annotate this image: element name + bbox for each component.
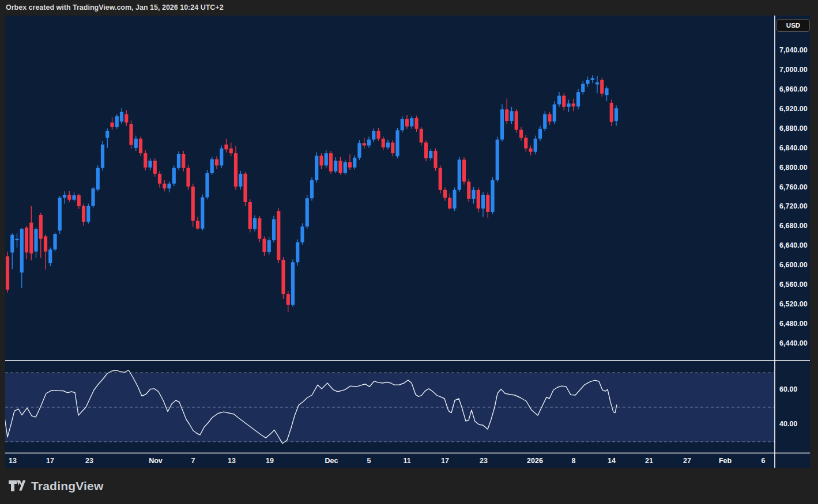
- price-tick-label: 6,480.00: [779, 320, 808, 328]
- candle: [410, 116, 413, 129]
- candle: [458, 157, 461, 192]
- candle: [306, 195, 309, 229]
- candle: [277, 208, 280, 263]
- price-tick-label: 6,960.00: [779, 85, 808, 93]
- time-tick-label: 13: [228, 457, 236, 465]
- candle: [153, 158, 157, 177]
- candle: [367, 137, 371, 148]
- price-tick-label: 6,440.00: [779, 339, 808, 347]
- candle: [591, 75, 594, 83]
- candle: [300, 223, 304, 244]
- candle: [48, 248, 52, 266]
- candle: [25, 226, 28, 260]
- chart-canvas[interactable]: [5, 16, 810, 468]
- candle: [543, 111, 546, 131]
- candle: [605, 86, 608, 101]
- candle: [424, 141, 428, 161]
- candle: [405, 115, 409, 129]
- tradingview-chart-page: Orbex created with TradingView.com, Jan …: [0, 0, 818, 504]
- candle: [553, 101, 556, 124]
- time-tick-label: 19: [266, 457, 274, 465]
- candle: [220, 146, 223, 168]
- candle: [34, 228, 37, 258]
- candle: [439, 165, 442, 193]
- candle: [472, 187, 475, 204]
- candle: [205, 170, 209, 199]
- candle: [139, 137, 142, 156]
- candle: [29, 206, 33, 260]
- candle: [467, 179, 470, 202]
- candle: [53, 233, 56, 252]
- time-tick-label: 5: [367, 457, 371, 465]
- price-tick-label: 6,640.00: [779, 241, 808, 249]
- currency-usd-badge[interactable]: USD: [776, 19, 810, 32]
- candle: [101, 141, 104, 170]
- candle: [186, 165, 190, 190]
- candle: [505, 98, 508, 124]
- candle: [158, 171, 161, 188]
- candle: [443, 188, 447, 201]
- candle: [462, 157, 466, 185]
- candle: [296, 239, 299, 266]
- candle: [210, 157, 214, 175]
- price-tick-label: 6,680.00: [779, 222, 808, 230]
- candle: [329, 151, 333, 174]
- time-tick-label: 23: [480, 457, 488, 465]
- candle: [477, 188, 480, 213]
- candle: [163, 180, 166, 192]
- candle: [44, 234, 47, 270]
- time-tick-label: 6: [762, 457, 766, 465]
- candle: [20, 228, 24, 288]
- candle: [248, 199, 252, 233]
- candle: [491, 177, 494, 214]
- candle: [72, 192, 76, 202]
- candle: [548, 112, 551, 125]
- candle: [91, 187, 95, 208]
- time-tick-label: 17: [441, 457, 449, 465]
- candle: [572, 98, 575, 111]
- candle: [391, 140, 394, 156]
- candle: [524, 135, 527, 152]
- candle: [125, 110, 128, 126]
- candle: [429, 149, 432, 161]
- candle: [500, 104, 504, 141]
- candlestick-series: [6, 75, 618, 312]
- candle: [515, 109, 518, 133]
- price-tick-label: 6,920.00: [779, 105, 808, 113]
- candle: [600, 78, 604, 97]
- candle: [496, 137, 499, 182]
- tradingview-logo[interactable]: TradingView: [8, 478, 104, 494]
- candle: [281, 257, 285, 299]
- candle: [319, 153, 323, 169]
- chart-attribution-bar: Orbex created with TradingView.com, Jan …: [0, 0, 818, 16]
- price-tick-label: 6,800.00: [779, 164, 808, 172]
- candle: [239, 171, 242, 190]
- candle: [201, 194, 204, 230]
- candle: [581, 81, 585, 95]
- candle: [595, 76, 599, 93]
- candle: [529, 146, 532, 156]
- candle: [58, 196, 62, 234]
- candle: [177, 151, 180, 170]
- candle: [167, 181, 171, 192]
- candle: [120, 108, 123, 124]
- candle: [77, 194, 81, 209]
- candle: [395, 128, 399, 158]
- time-tick-label: 17: [46, 457, 54, 465]
- candle: [448, 194, 451, 210]
- candle: [63, 191, 66, 203]
- candle: [615, 105, 618, 126]
- candle: [433, 149, 437, 171]
- price-tick-label: 6,840.00: [779, 144, 808, 152]
- time-tick-label: Nov: [149, 457, 163, 465]
- candle: [191, 184, 195, 227]
- candle: [414, 116, 418, 132]
- time-tick-label: 11: [403, 457, 410, 465]
- candle: [534, 136, 537, 154]
- time-tick-label: 23: [85, 457, 93, 465]
- candle: [586, 77, 589, 87]
- time-tick-label: Dec: [325, 457, 338, 465]
- candle: [115, 114, 119, 128]
- candle: [224, 139, 228, 153]
- candle: [510, 107, 513, 124]
